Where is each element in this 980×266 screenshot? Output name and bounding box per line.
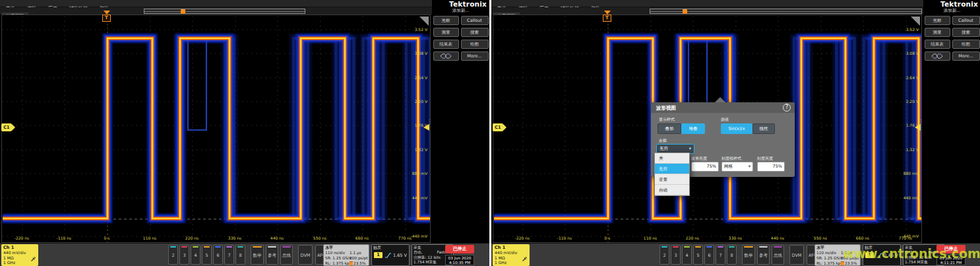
horizontal-row: SR: 1.25 GS/s800 ps/pt — [324, 255, 369, 261]
side-button-搜索[interactable]: 搜索 — [952, 28, 980, 37]
help-icon[interactable]: ? — [783, 104, 791, 112]
dropdown-item-变量[interactable]: 变量 — [655, 174, 689, 185]
ref-button[interactable]: 参考 — [266, 245, 278, 265]
horizontal-position-slider[interactable] — [144, 9, 305, 14]
side-button-光标[interactable]: 光标 — [925, 16, 950, 25]
time-text: 4:10:35 PM — [446, 261, 474, 265]
ref-button[interactable]: 参考 — [757, 245, 770, 265]
button-label: 数学 — [253, 253, 262, 258]
trigger-level-marker[interactable] — [423, 124, 429, 131]
time-label: 110 ns — [636, 236, 665, 240]
horizontal-panel[interactable]: 水平 110 ns/div1.1 μsSR: 1.25 GS/s800 ps/p… — [323, 244, 369, 266]
stacked-button[interactable]: 堆叠 — [681, 123, 705, 134]
channel1-badge[interactable]: Ch 1 440 mV/div 1 MΩ 1 GHz — [1, 244, 38, 266]
plots-icon-button[interactable] — [433, 51, 459, 61]
dvm-button[interactable]: DVM — [789, 245, 804, 265]
waveform-intensity-field[interactable]: 75% — [691, 162, 719, 172]
channel-color-strip — [268, 246, 276, 248]
dropdown-item-关[interactable]: 关 — [655, 153, 689, 164]
channel-color-strip — [695, 246, 701, 248]
button-label: DVM — [792, 253, 802, 258]
side-button-搜索[interactable]: 搜索 — [461, 28, 489, 37]
graticule-intensity-field[interactable]: 75% — [757, 162, 785, 172]
side-button-绘图[interactable]: 绘图 — [461, 40, 489, 49]
dvm-button[interactable]: DVM — [298, 245, 313, 265]
channel1-position-marker[interactable]: C1 — [1, 123, 12, 131]
channel-color-strip — [193, 246, 199, 248]
plots-icon-button[interactable] — [925, 51, 950, 61]
time-label: 220 ns — [678, 236, 707, 240]
chevron-down-icon: ▾ — [749, 162, 750, 171]
side-button-More...[interactable]: More... — [461, 51, 489, 61]
persistence-waveform — [2, 15, 430, 242]
side-button-测量[interactable]: 测量 — [925, 28, 950, 37]
math-button[interactable]: 数学 — [251, 245, 264, 265]
channel-color-strip — [181, 246, 187, 248]
time-label: 770 ns — [891, 236, 920, 240]
button-label: 参考 — [268, 253, 276, 258]
button-label: 6 — [216, 253, 219, 258]
button-label: 3 — [674, 253, 677, 258]
channel-5-button[interactable]: 5 — [202, 245, 212, 265]
overlay-button[interactable]: 叠加 — [658, 123, 681, 134]
channel-7-button[interactable]: 7 — [716, 245, 725, 265]
right-panel: Tektronix 添加新... 光标Callout测量搜索结果表绘图More.… — [432, 0, 489, 243]
eye-diagram-icon — [931, 53, 943, 59]
channel1-scale: 440 mV/div — [3, 250, 36, 255]
channel-3-button[interactable]: 3 — [179, 245, 189, 265]
button-label: 2 — [171, 253, 174, 258]
voltage-label: 3.52 V — [401, 27, 427, 32]
side-button-测量[interactable]: 测量 — [433, 28, 459, 37]
button-label: 7 — [228, 253, 230, 258]
side-button-结果表[interactable]: 结果表 — [925, 40, 950, 49]
channel-4-button[interactable]: 4 — [682, 245, 692, 265]
side-button-绘图[interactable]: 绘图 — [952, 40, 980, 49]
channel-8-button[interactable]: 8 — [235, 245, 245, 265]
side-button-光标[interactable]: 光标 — [433, 16, 459, 25]
channel-2-button[interactable]: 2 — [659, 245, 669, 265]
side-button-结果表[interactable]: 结果表 — [433, 40, 459, 49]
time-label: 0 s — [593, 236, 622, 240]
bus-button[interactable]: 总线 — [772, 245, 784, 265]
channel1-position-marker[interactable]: C1 — [493, 123, 503, 131]
channel-3-button[interactable]: 3 — [671, 245, 681, 265]
watermark: www.cntronics.com — [843, 246, 975, 261]
trigger-position-indicator[interactable] — [181, 9, 185, 14]
channel-7-button[interactable]: 7 — [224, 245, 234, 265]
channel-2-button[interactable]: 2 — [168, 245, 178, 265]
trigger-time-marker[interactable]: T — [102, 11, 111, 22]
horizontal-value: RL: 1.375 kpts — [816, 261, 841, 266]
horizontal-value: 110 ns/div — [816, 250, 841, 255]
menu-bar: 文件编辑应用辅助功能帮助 — [0, 0, 489, 7]
waveform-display[interactable] — [1, 15, 431, 243]
dropdown-item-无穷[interactable]: 无穷 — [655, 164, 689, 174]
plot-corner-handle[interactable] — [911, 17, 920, 26]
trigger-level-marker[interactable] — [915, 124, 921, 131]
side-button-More...[interactable]: More... — [952, 51, 980, 61]
bus-button[interactable]: 总线 — [280, 245, 293, 265]
channel1-badge[interactable]: Ch 1 440 mV/div 1 MΩ 1 GHz — [493, 244, 530, 266]
graticule-style-dropdown[interactable]: 网格▾ — [721, 162, 753, 172]
trigger-time-marker[interactable]: T — [602, 11, 612, 22]
stopped-button[interactable]: 已停止 — [445, 245, 474, 253]
trigger-position-indicator[interactable] — [683, 9, 687, 14]
eye-diagram-icon — [440, 53, 452, 59]
math-button[interactable]: 数学 — [742, 245, 755, 265]
channel-4-button[interactable]: 4 — [191, 245, 200, 265]
plot-corner-handle[interactable] — [419, 17, 429, 26]
horizontal-value: SR: 1.25 GS/s — [816, 255, 841, 261]
channel-8-button[interactable]: 8 — [727, 245, 737, 265]
side-button-Callout[interactable]: Callout — [461, 16, 489, 25]
linear-button[interactable]: 线性 — [752, 123, 775, 134]
dropdown-item-自动[interactable]: 自动 — [655, 185, 689, 195]
horizontal-position-slider[interactable] — [650, 9, 922, 14]
trigger-t-label: T — [603, 15, 611, 22]
trigger-panel[interactable]: 触发 1 1.65 V — [371, 244, 410, 266]
channel-6-button[interactable]: 6 — [213, 245, 223, 265]
sinx-button[interactable]: Sin(x)/x — [721, 123, 752, 134]
side-button-Callout[interactable]: Callout — [952, 16, 980, 25]
channel-5-button[interactable]: 5 — [693, 245, 703, 265]
time-label: 440 ns — [262, 236, 291, 240]
horizontal-value: 1.1 μs — [350, 250, 361, 255]
channel-6-button[interactable]: 6 — [704, 245, 714, 265]
